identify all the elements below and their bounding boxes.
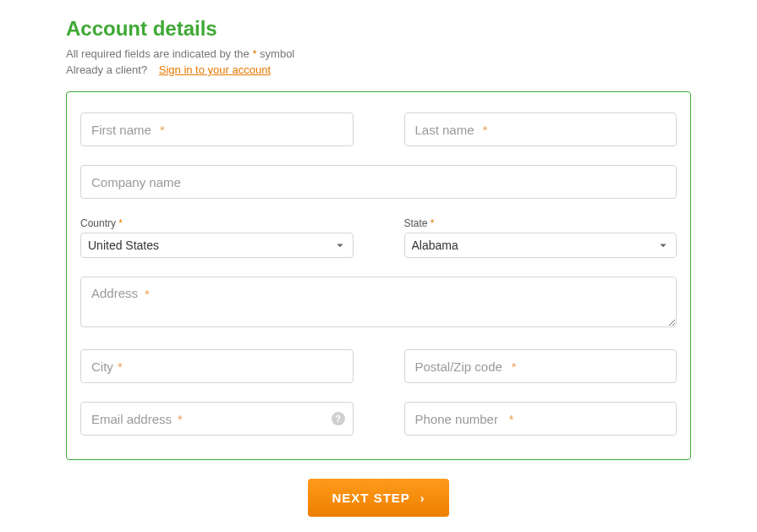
country-label: Country * [80,217,354,229]
postal-input[interactable] [404,349,677,383]
country-select[interactable]: United States [80,233,354,258]
state-select[interactable]: Alabama [404,233,677,258]
phone-input[interactable] [404,402,677,436]
chevron-right-icon: › [420,491,425,505]
next-step-button[interactable]: NEXT STEP › [308,479,448,517]
account-form: * * Country * United States [66,91,691,460]
city-input[interactable] [80,349,354,383]
company-name-input[interactable] [80,165,677,199]
sign-in-link[interactable]: Sign in to your account [159,63,271,76]
first-name-input[interactable] [80,112,354,146]
required-fields-note: All required fields are indicated by the… [66,47,691,60]
help-icon[interactable]: ? [332,412,345,425]
last-name-input[interactable] [404,112,677,146]
address-input[interactable] [80,277,677,327]
email-input[interactable] [80,402,354,436]
page-title: Account details [66,17,691,41]
state-label: State * [404,217,677,229]
signin-line: Already a client? Sign in to your accoun… [66,63,691,76]
